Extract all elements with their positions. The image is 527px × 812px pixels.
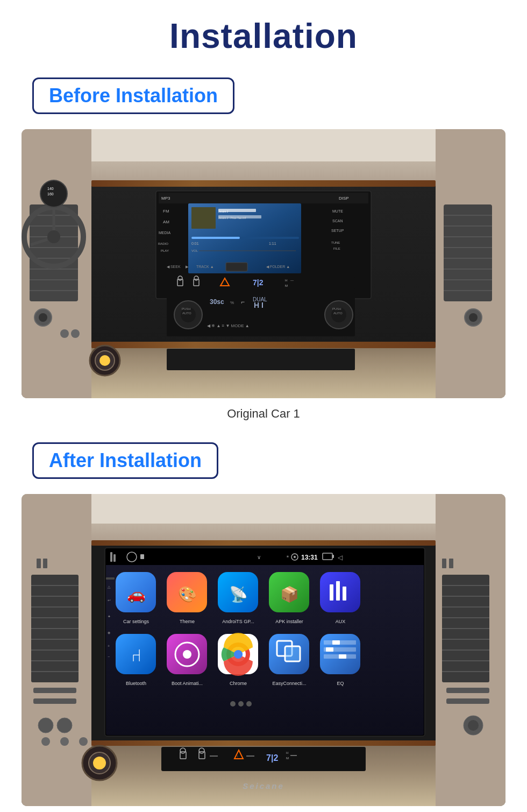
svg-text:MP3: MP3 (161, 196, 170, 201)
svg-text:AM: AM (163, 220, 169, 224)
svg-text:AndroiTS GP...: AndroiTS GP... (222, 619, 254, 624)
svg-text:SETUP: SETUP (331, 229, 344, 232)
svg-text:RADIO: RADIO (158, 242, 168, 245)
svg-rect-169 (330, 584, 333, 601)
svg-text:AUTO: AUTO (333, 312, 343, 315)
svg-rect-197 (339, 654, 346, 659)
svg-text:APK installer: APK installer (275, 619, 303, 624)
before-installation-image: 140 160 MP3 DISP FM AM MEDIA RADIO PLAY … (22, 129, 505, 398)
svg-point-118 (41, 737, 50, 746)
svg-text:TRACK ▲: TRACK ▲ (196, 265, 214, 269)
svg-point-199 (230, 701, 236, 707)
svg-text:7|2: 7|2 (253, 278, 264, 287)
svg-rect-195 (326, 647, 333, 652)
svg-point-14 (60, 329, 69, 338)
svg-point-137 (468, 720, 479, 731)
svg-text:Car settings: Car settings (123, 619, 149, 624)
svg-rect-134 (446, 688, 489, 693)
svg-rect-154 (332, 555, 334, 558)
svg-text:7|2: 7|2 (266, 753, 278, 762)
svg-point-225 (93, 757, 106, 769)
svg-text:Jessie J - Price Tae.m4: Jessie J - Price Tae.m4 (218, 216, 246, 220)
svg-rect-140 (91, 740, 436, 746)
svg-text:◁: ◁ (338, 554, 343, 561)
svg-rect-132 (442, 559, 446, 568)
svg-text:EasyConnecti...: EasyConnecti... (272, 681, 306, 686)
svg-rect-147 (140, 554, 144, 559)
svg-rect-168 (320, 572, 360, 612)
svg-text:H I: H I (254, 301, 264, 309)
svg-rect-133 (449, 559, 453, 568)
svg-text:🚗: 🚗 (127, 585, 146, 603)
svg-point-29 (47, 230, 60, 243)
svg-rect-95 (167, 349, 355, 370)
svg-rect-202 (106, 577, 115, 580)
svg-text:Jessie J: Jessie J (218, 210, 229, 213)
svg-point-119 (60, 737, 69, 746)
svg-rect-39 (159, 193, 368, 203)
svg-text:−: − (108, 655, 110, 659)
after-label-text: After Installation (49, 449, 202, 471)
svg-rect-191 (320, 634, 360, 674)
svg-point-116 (38, 718, 53, 733)
svg-text:M: M (285, 284, 288, 287)
svg-point-117 (57, 718, 72, 733)
svg-point-98 (99, 355, 110, 366)
svg-point-151 (294, 556, 296, 558)
svg-point-185 (234, 650, 243, 659)
svg-text:Bluetooth: Bluetooth (126, 681, 146, 686)
after-car-svg: ∨ ＊ 13:31 ◁ 🚗 Car settings 🎨 Theme (22, 494, 505, 806)
svg-text:PUSH: PUSH (182, 307, 191, 310)
svg-text:SCAN: SCAN (332, 219, 343, 223)
svg-text:∨: ∨ (257, 554, 261, 560)
svg-rect-112 (37, 559, 41, 568)
svg-text:⑁: ⑁ (131, 646, 141, 665)
svg-rect-17 (444, 204, 492, 301)
svg-text:160: 160 (47, 192, 54, 196)
svg-text:TUNE: TUNE (331, 241, 340, 244)
svg-rect-100 (22, 494, 505, 524)
svg-text:M: M (286, 757, 289, 760)
svg-text:Boot Animati...: Boot Animati... (172, 681, 203, 686)
after-installation-image: ∨ ＊ 13:31 ◁ 🚗 Car settings 🎨 Theme (22, 494, 505, 806)
before-installation-label: Before Installation (32, 77, 234, 114)
svg-rect-170 (336, 581, 340, 601)
svg-text:%: % (230, 300, 234, 305)
svg-text:30sc: 30sc (210, 298, 224, 306)
svg-text:H: H (286, 751, 288, 754)
svg-text:↩: ↩ (108, 598, 111, 602)
svg-rect-143 (106, 549, 424, 565)
svg-point-27 (469, 313, 478, 322)
svg-text:+: + (108, 644, 110, 648)
svg-text:—: — (290, 279, 294, 282)
svg-text:PLAY: PLAY (161, 249, 169, 252)
svg-rect-145 (113, 554, 116, 562)
svg-text:＊: ＊ (285, 554, 290, 560)
svg-text:AUTO: AUTO (182, 312, 191, 315)
svg-point-178 (183, 650, 191, 659)
svg-rect-67 (226, 263, 247, 271)
svg-text:MUTE: MUTE (332, 209, 343, 213)
svg-text:AUX: AUX (336, 619, 346, 624)
svg-text:FILE: FILE (333, 247, 340, 250)
page-title: Installation (169, 16, 358, 56)
svg-rect-115 (33, 698, 76, 704)
svg-point-15 (71, 329, 80, 338)
before-caption: Original Car 1 (227, 407, 300, 421)
before-label-text: Before Installation (49, 84, 218, 107)
svg-text:0:01: 0:01 (191, 242, 199, 245)
svg-point-200 (238, 701, 244, 707)
svg-text:◀ SEEK: ◀ SEEK (167, 265, 181, 269)
svg-text:EQ: EQ (337, 681, 344, 686)
svg-point-32 (40, 180, 67, 207)
svg-text:PUSH: PUSH (332, 307, 341, 310)
svg-rect-114 (33, 688, 76, 693)
svg-point-201 (246, 701, 252, 707)
svg-rect-135 (446, 698, 489, 704)
svg-text:13:31: 13:31 (301, 554, 318, 561)
svg-text:📡: 📡 (229, 585, 248, 603)
svg-text:🎨: 🎨 (178, 585, 197, 603)
svg-text:MEDIA: MEDIA (159, 231, 171, 235)
svg-rect-189 (285, 646, 300, 661)
svg-text:◀ FOLDER ▲: ◀ FOLDER ▲ (266, 265, 290, 269)
